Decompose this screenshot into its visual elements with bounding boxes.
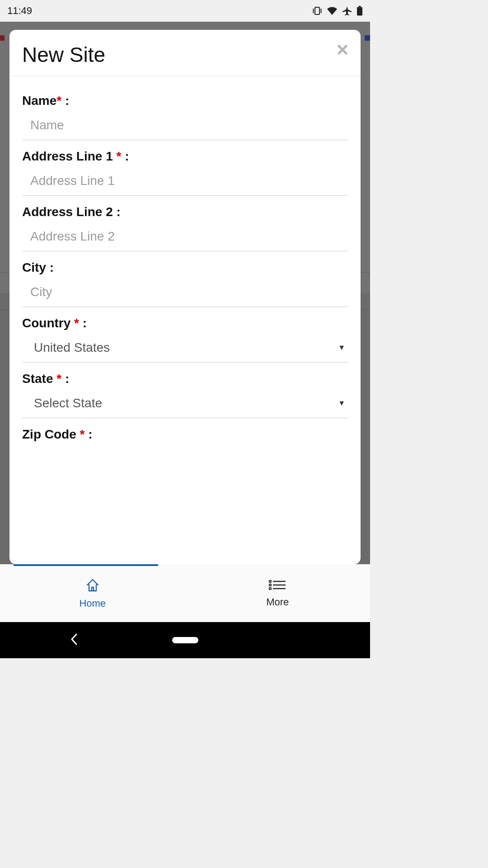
svg-rect-0 xyxy=(315,7,319,14)
svg-point-7 xyxy=(269,588,271,590)
svg-point-5 xyxy=(269,580,271,582)
field-zip: Zip Code * : xyxy=(22,427,348,442)
address-line-1-input[interactable] xyxy=(30,174,348,188)
svg-point-6 xyxy=(269,584,271,586)
field-state: State * : Select State ▼ xyxy=(22,372,348,418)
city-input[interactable] xyxy=(30,285,348,299)
battery-icon xyxy=(357,6,363,16)
new-site-modal: New Site Name* : Address Line 1 * : Addr… xyxy=(9,30,361,564)
name-input[interactable] xyxy=(30,118,348,132)
modal-header: New Site xyxy=(9,30,361,76)
wifi-icon xyxy=(327,6,338,15)
field-country: Country * : United States ▼ xyxy=(22,316,348,363)
field-label: Name* : xyxy=(22,94,348,108)
field-label: Country * : xyxy=(22,316,348,330)
bottom-tab-bar: Home More xyxy=(0,564,370,622)
tab-home[interactable]: Home xyxy=(0,564,185,622)
address-line-2-input[interactable] xyxy=(30,229,348,244)
svg-rect-4 xyxy=(357,7,362,16)
status-time: 11:49 xyxy=(7,5,32,17)
tab-label: Home xyxy=(79,598,106,609)
modal-title: New Site xyxy=(22,42,105,67)
field-label: State * : xyxy=(22,372,348,386)
country-select[interactable]: United States ▼ xyxy=(22,340,348,363)
select-value: United States xyxy=(34,340,110,355)
close-button[interactable] xyxy=(337,42,348,57)
android-back-button[interactable] xyxy=(70,633,78,647)
background-accent xyxy=(0,35,5,41)
state-select[interactable]: Select State ▼ xyxy=(22,396,348,418)
airplane-icon xyxy=(342,6,352,16)
chevron-down-icon: ▼ xyxy=(338,344,345,352)
tab-more[interactable]: More xyxy=(185,564,371,622)
chevron-down-icon: ▼ xyxy=(338,399,345,407)
field-name: Name* : xyxy=(22,94,348,140)
field-address-1: Address Line 1 * : xyxy=(22,149,348,196)
svg-rect-2 xyxy=(321,9,322,13)
modal-body[interactable]: Name* : Address Line 1 * : Address Line … xyxy=(9,76,361,564)
android-nav-bar xyxy=(0,622,370,658)
svg-rect-3 xyxy=(359,6,361,7)
status-bar: 11:49 xyxy=(0,0,370,22)
field-label: Address Line 1 * : xyxy=(22,149,348,164)
more-icon xyxy=(267,578,287,594)
home-icon xyxy=(84,577,101,595)
status-icons xyxy=(312,6,363,16)
field-label: City : xyxy=(22,260,348,275)
field-label: Zip Code * : xyxy=(22,427,348,442)
tab-label: More xyxy=(266,596,289,608)
field-label: Address Line 2 : xyxy=(22,205,348,219)
field-city: City : xyxy=(22,260,348,307)
android-home-pill[interactable] xyxy=(172,637,198,643)
field-address-2: Address Line 2 : xyxy=(22,205,348,251)
svg-rect-1 xyxy=(313,9,314,13)
background-accent xyxy=(365,35,370,41)
vibrate-icon xyxy=(312,6,322,15)
select-value: Select State xyxy=(34,396,102,410)
close-icon xyxy=(337,44,348,55)
